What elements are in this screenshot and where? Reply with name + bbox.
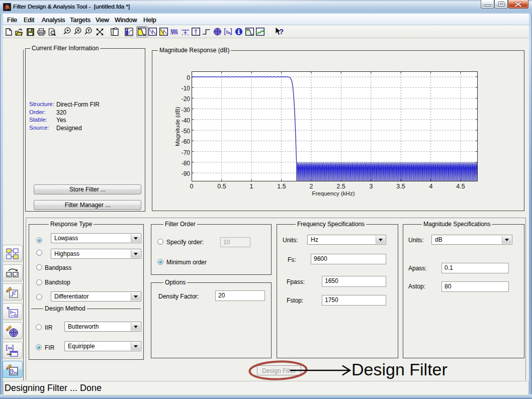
svg-text:?: ? (279, 27, 284, 36)
svg-text:a: a (229, 31, 231, 35)
svg-text:ba: ba (8, 346, 13, 350)
